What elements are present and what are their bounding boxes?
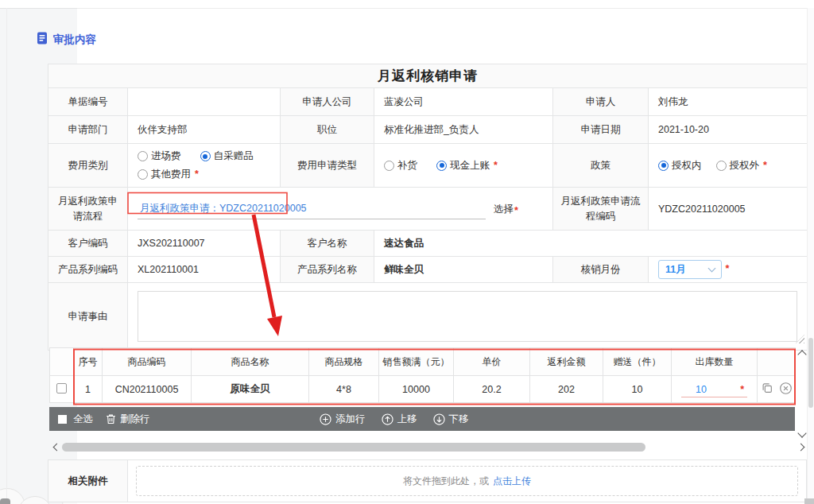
- radio-option[interactable]: 进场费: [138, 147, 181, 165]
- delete-row-label: 删除行: [120, 413, 150, 426]
- radio-label: 授权内: [672, 157, 702, 175]
- policy-label: 政策: [553, 144, 649, 188]
- product-table: 序号 商品编码 商品名称 商品规格 销售额满（元） 单价 返利金额 赠送（件） …: [49, 347, 796, 403]
- grid-vertical-scrollbar[interactable]: [797, 347, 807, 440]
- select-all-button[interactable]: 全选: [73, 413, 93, 426]
- position-label: 职位: [281, 116, 374, 144]
- choose-button[interactable]: 选择: [494, 203, 514, 219]
- product-grid-area: 序号 商品编码 商品名称 商品规格 销售额满（元） 单价 返利金额 赠送（件） …: [49, 347, 807, 456]
- upload-link[interactable]: 点击上传: [493, 475, 531, 488]
- rebate-flow-code-value: YDZC20211020005: [649, 188, 808, 231]
- reason-textarea[interactable]: [138, 291, 797, 342]
- attachments-label: 相关附件: [48, 460, 128, 502]
- delete-row-button[interactable]: 删除行: [106, 413, 150, 426]
- grid-horizontal-scrollbar[interactable]: [49, 441, 807, 453]
- series-code-value: XL202110001: [128, 257, 281, 283]
- scroll-left-arrow[interactable]: [53, 444, 61, 452]
- column-header: 商品规格: [309, 348, 379, 376]
- checkbox-column-header: [50, 348, 74, 376]
- unit-price: 20.2: [454, 376, 530, 403]
- radio-label: 补货: [397, 157, 417, 175]
- table-row: 1 CN202110005 原味全贝 4*8 10000 20.2 202 10…: [50, 376, 796, 403]
- arrow-up-circle-icon: [382, 413, 393, 425]
- applicant-company-value: 蓝凌公司: [374, 88, 553, 116]
- required-asterisk: *: [195, 165, 199, 184]
- verify-month-select[interactable]: 11月: [658, 260, 722, 279]
- radio-label: 授权外: [730, 157, 760, 175]
- gift-count: 10: [603, 376, 672, 403]
- rebate-flow-field[interactable]: 月返利政策申请：YDZC20211020005: [138, 198, 486, 219]
- radio-option[interactable]: 现金上账*: [436, 157, 498, 175]
- scroll-down-arrow[interactable]: [797, 428, 806, 437]
- upload-hint: 将文件拖到此处，或: [403, 475, 489, 488]
- customer-code-label: 客户编码: [48, 231, 128, 257]
- radio-label: 进场费: [151, 147, 181, 165]
- page-scrollbar-thumb[interactable]: [808, 338, 813, 408]
- column-header: 赠送（件）: [603, 348, 672, 376]
- copy-row-icon[interactable]: [761, 382, 773, 394]
- column-header: 销售额满（元）: [379, 348, 454, 376]
- document-icon: [37, 32, 48, 48]
- trash-icon: [106, 413, 116, 425]
- select-all-label: 全选: [73, 413, 93, 426]
- radio-icon: [138, 151, 148, 161]
- policy-options: 授权内 授权外*: [649, 144, 808, 188]
- rebate-amount: 202: [530, 376, 603, 403]
- rebate-flow-cell: 月返利政策申请：YDZC20211020005 选择*: [128, 188, 553, 231]
- radio-selected-icon: [436, 161, 447, 171]
- section-header: 审批内容: [37, 32, 96, 48]
- radio-selected-icon: [200, 151, 211, 161]
- row-index: 1: [74, 376, 103, 403]
- series-name-value: 鲜味全贝: [374, 257, 553, 283]
- outbound-qty-value: 10: [696, 384, 707, 395]
- position-value: 标准化推进部_负责人: [374, 116, 553, 144]
- fee-category-options: 进场费 自采赠品 其他费用*: [128, 144, 281, 188]
- customer-name-value: 速达食品: [374, 231, 808, 257]
- radio-option[interactable]: 自采赠品: [200, 147, 254, 165]
- apply-date-value: 2021-10-20: [649, 116, 808, 144]
- move-up-button[interactable]: 上移: [382, 413, 417, 426]
- add-row-label: 添加行: [335, 413, 366, 426]
- radio-icon: [384, 161, 394, 171]
- doc-no-value: [128, 88, 281, 116]
- product-code: CN202110005: [103, 376, 192, 403]
- outbound-qty-input[interactable]: 10 *: [681, 382, 747, 397]
- form-title: 月返利核销申请: [48, 67, 807, 85]
- customer-name-label: 客户名称: [281, 231, 374, 257]
- scroll-right-arrow[interactable]: [797, 444, 805, 452]
- attachments-cell: 将文件拖到此处，或 点击上传: [128, 460, 807, 502]
- page-scrollbar[interactable]: [807, 8, 814, 504]
- radio-option[interactable]: 补货: [384, 157, 417, 175]
- row-checkbox[interactable]: [56, 383, 67, 394]
- bottom-right-corner: [804, 498, 814, 504]
- scroll-up-arrow[interactable]: [797, 350, 806, 359]
- select-all-checkbox[interactable]: [58, 415, 67, 424]
- move-down-button[interactable]: 下移: [433, 413, 469, 426]
- required-asterisk: *: [725, 263, 729, 274]
- radio-option[interactable]: 其他费用*: [138, 165, 199, 184]
- rebate-flow-link[interactable]: 月返利政策申请：YDZC20211020005: [140, 203, 307, 214]
- dept-value: 伙伴支持部: [128, 116, 281, 144]
- radio-selected-icon: [658, 161, 669, 171]
- applicant-value: 刘伟龙: [649, 88, 808, 116]
- series-code-label: 产品系列编码: [48, 257, 128, 283]
- fee-apply-type-label: 费用申请类型: [281, 144, 374, 188]
- scrollbar-thumb[interactable]: [62, 443, 645, 452]
- dept-label: 申请部门: [48, 116, 128, 144]
- rebate-flow-label: 月返利政策申请流程: [48, 188, 128, 231]
- radio-label: 自采赠品: [214, 147, 254, 165]
- delete-row-icon[interactable]: [779, 382, 793, 395]
- applicant-company-label: 申请人公司: [281, 88, 374, 116]
- upload-dropzone[interactable]: 将文件拖到此处，或 点击上传: [136, 466, 798, 496]
- column-header: 商品名称: [192, 348, 309, 376]
- series-name-label: 产品系列名称: [281, 257, 374, 283]
- radio-option[interactable]: 授权内: [658, 157, 702, 175]
- required-asterisk: *: [763, 157, 767, 175]
- reason-cell: [128, 283, 808, 351]
- required-asterisk: *: [514, 205, 518, 219]
- add-row-button[interactable]: 添加行: [320, 413, 366, 426]
- fee-apply-type-options: 补货 现金上账*: [374, 144, 553, 188]
- column-header: 返利金额: [530, 348, 603, 376]
- radio-icon: [716, 161, 727, 171]
- radio-option[interactable]: 授权外*: [716, 157, 767, 175]
